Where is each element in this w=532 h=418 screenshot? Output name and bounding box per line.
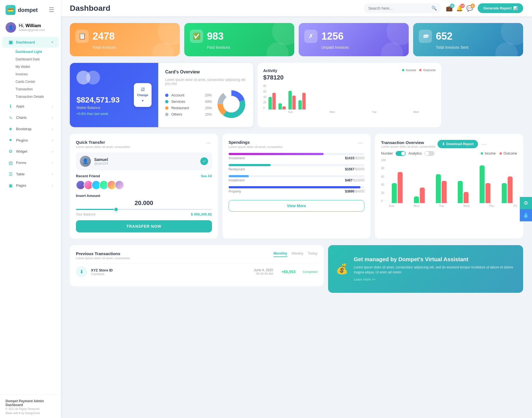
sidebar-item-invoices[interactable]: Invoices bbox=[12, 71, 59, 78]
quick-transfer-desc: Lorem ipsum dolor sit amet, consectetur bbox=[76, 145, 130, 148]
outcome-legend: Outcome bbox=[500, 152, 517, 155]
transfer-user-avatar: 👤 bbox=[80, 156, 91, 167]
overview-content: Account 20% Services 40% Restaurant bbox=[165, 89, 247, 120]
logo-icon: 💳 bbox=[6, 5, 16, 15]
sidebar-item-bootstrap[interactable]: ★ Bootstrap › bbox=[2, 124, 59, 134]
total-invoices-icon: 📋 bbox=[75, 30, 89, 43]
outcome-bar-mon bbox=[282, 106, 286, 109]
sidebar-item-dashboard[interactable]: ▣ Dashboard ▾ bbox=[2, 37, 59, 48]
others-pct: 15% bbox=[205, 112, 212, 116]
income-bar-mon bbox=[278, 103, 282, 109]
search-box: 🔍 bbox=[364, 3, 441, 13]
sidebar-item-label: Apps bbox=[16, 104, 24, 108]
view-more-button[interactable]: View More bbox=[229, 200, 365, 212]
bar-group-mon bbox=[278, 103, 286, 109]
transaction-overview-card: Transaction Overview Lorem ipsum dolor s… bbox=[375, 134, 523, 239]
big-bar-group-tue bbox=[431, 174, 451, 203]
services-label: Services bbox=[171, 99, 185, 104]
settings-fab-button[interactable]: ⚙ bbox=[520, 197, 532, 209]
bar-x-labels: Sun Mon Tue Wed bbox=[271, 111, 436, 114]
sidebar-item-cards-center[interactable]: Cards Center bbox=[12, 78, 59, 85]
bar-groups bbox=[268, 91, 436, 109]
chevron-down-icon: ▾ bbox=[52, 40, 53, 44]
tx-row-amount: +$5,553 bbox=[281, 270, 295, 274]
widget-icon: ⚙ bbox=[8, 149, 13, 154]
services-pct: 40% bbox=[205, 100, 212, 104]
sidebar-item-label: Plugins bbox=[16, 138, 28, 142]
water-fab-button[interactable]: 💧 bbox=[520, 209, 532, 221]
friend-avatar-6[interactable] bbox=[115, 180, 124, 190]
outcome-bar-tue bbox=[292, 96, 296, 109]
sidebar-item-transaction-details[interactable]: Transaction Details bbox=[12, 93, 59, 100]
account-label: Account bbox=[171, 93, 184, 97]
income-dot bbox=[402, 69, 404, 71]
stat-card-total-sent: 📨 652 Total Invoices Sent bbox=[413, 23, 523, 56]
right-fab-buttons: ⚙ 💧 bbox=[520, 197, 532, 221]
slider-fill bbox=[76, 209, 117, 210]
sidebar-item-transaction[interactable]: Transaction bbox=[12, 86, 59, 93]
big-bar-group-thu bbox=[475, 165, 495, 203]
sidebar-item-plugins[interactable]: ♥ Plugins › bbox=[2, 135, 59, 145]
generate-report-button[interactable]: Generate Report 📊 bbox=[478, 3, 523, 13]
unpaid-invoices-label: Unpaid Invoices bbox=[321, 45, 403, 50]
chevron-right-icon: › bbox=[52, 139, 53, 142]
user-name: William bbox=[25, 23, 41, 28]
download-report-button[interactable]: ⬇ Download Report bbox=[438, 140, 478, 148]
number-toggle[interactable] bbox=[396, 151, 406, 156]
transfer-user-handle: @sam224 bbox=[94, 162, 108, 165]
transfer-now-button[interactable]: TRANSFER NOW bbox=[76, 220, 212, 232]
sidebar-item-apps[interactable]: ℹ Apps › bbox=[2, 101, 59, 112]
hamburger-icon[interactable]: ☰ bbox=[48, 6, 55, 14]
previous-transactions-card: Previous Transactions Lorem ipsum dolor … bbox=[70, 245, 324, 286]
others-label: Others bbox=[171, 112, 182, 116]
sidebar-item-charts[interactable]: ∿ Charts › bbox=[2, 112, 59, 123]
chat-icon-badge[interactable]: 💬 5 bbox=[466, 5, 473, 12]
tx-overview-desc: Lorem ipsum dolor sit amet, consectetur bbox=[381, 145, 435, 148]
big-y-axis: 020406080100 bbox=[381, 159, 386, 203]
wallet-icon-badge[interactable]: 💼 2 bbox=[446, 5, 453, 12]
big-bar-group-wed bbox=[453, 181, 473, 203]
sidebar-item-pages[interactable]: ▣ Pages › bbox=[2, 180, 59, 191]
sidebar-item-my-wallet[interactable]: My Wallet bbox=[12, 63, 59, 70]
bar-group-tue bbox=[288, 91, 296, 109]
stat-card-paid-invoices: ✅ 983 Paid Invoices bbox=[184, 23, 294, 56]
spending-item-investment: Investment $1415/$2000 bbox=[229, 153, 365, 160]
tx-legend: Income Outcome bbox=[481, 152, 517, 155]
see-all-link[interactable]: See All bbox=[201, 174, 212, 178]
income-bar-tue bbox=[288, 91, 292, 109]
dashboard-icon: ▣ bbox=[8, 40, 13, 45]
tab-today[interactable]: Today bbox=[308, 251, 318, 257]
va-learn-more-link[interactable]: Learn more >> bbox=[354, 278, 376, 281]
balance-label: Your Balance bbox=[76, 212, 96, 216]
sidebar-item-dashboard-dark[interactable]: Dashboard Dark bbox=[12, 56, 59, 63]
total-invoices-label: Total Invoices bbox=[93, 45, 174, 50]
search-input[interactable] bbox=[368, 6, 429, 11]
outcome-dot bbox=[419, 69, 421, 71]
tx-more-icon[interactable]: ⋯ bbox=[480, 141, 487, 147]
stat-cards: 📋 2478 Total Invoices ✅ 983 Paid Invoice… bbox=[70, 23, 523, 56]
activity-chart: 020406080 bbox=[263, 84, 436, 114]
change-button[interactable]: 🔄 Change ▾ bbox=[134, 83, 152, 107]
spendings-more-icon[interactable]: ⋯ bbox=[357, 140, 364, 146]
analytics-toggle-label: Analytics bbox=[408, 152, 422, 155]
sidebar-item-dashboard-light[interactable]: Dashboard Light bbox=[12, 48, 59, 55]
footer-copy: © 2021 All Rights Reserved bbox=[6, 407, 55, 411]
sidebar-item-widget[interactable]: ⚙ Widget › bbox=[2, 146, 59, 157]
analytics-toggle[interactable] bbox=[424, 151, 434, 156]
tab-weekly[interactable]: Weekly bbox=[292, 251, 303, 257]
tx-row-type: Cashback bbox=[91, 272, 113, 276]
insert-amount-label: Insert Amount bbox=[76, 194, 212, 198]
more-options-icon[interactable]: ⋯ bbox=[205, 140, 212, 146]
va-title: Get managed by Dompet's Virtual Assistan… bbox=[354, 256, 515, 263]
sidebar-item-table[interactable]: ☰ Table › bbox=[2, 169, 59, 179]
transfer-user-card: 👤 Samuel @sam224 ✓ bbox=[76, 152, 212, 170]
bell-icon-badge[interactable]: 🔔 12 bbox=[456, 5, 463, 12]
others-dot bbox=[165, 113, 168, 116]
tab-monthly[interactable]: Monthly bbox=[273, 251, 287, 257]
amount-slider[interactable] bbox=[76, 209, 212, 210]
insert-amount-value: 20.000 bbox=[76, 199, 212, 207]
quick-transfer-card: Quick Transfer Lorem ipsum dolor sit ame… bbox=[70, 134, 218, 239]
tx-row-time: 05:34:45 AM bbox=[254, 272, 273, 275]
outcome-bar-fri bbox=[508, 176, 513, 203]
sidebar-item-forms[interactable]: ▤ Forms › bbox=[2, 157, 59, 168]
